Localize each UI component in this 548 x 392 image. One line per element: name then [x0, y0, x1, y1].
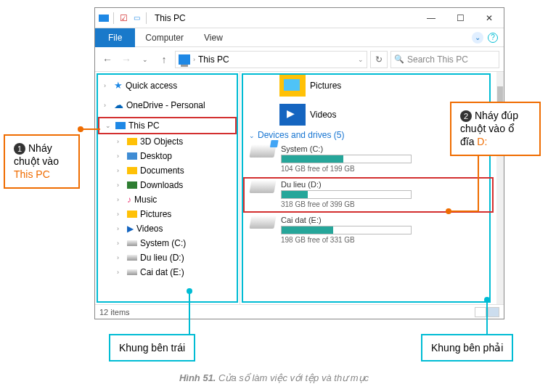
tab-computer[interactable]: Computer: [135, 29, 194, 46]
forward-button[interactable]: →: [118, 54, 134, 65]
callout-right-pane: Khung bên phải: [421, 334, 513, 362]
videos-folder-icon: [279, 104, 306, 126]
tab-view[interactable]: View: [194, 29, 233, 46]
properties-icon[interactable]: ▭: [131, 12, 142, 24]
tree-onedrive[interactable]: ›☁ OneDrive - Personal: [98, 97, 237, 113]
close-button[interactable]: ✕: [475, 13, 504, 23]
folder-icon: [127, 167, 137, 174]
tree-drive-c[interactable]: ›System (C:): [98, 236, 237, 250]
minimize-button[interactable]: —: [417, 13, 446, 23]
folder-icon: [127, 181, 137, 189]
addr-dropdown-icon[interactable]: ⌄: [358, 56, 364, 63]
view-large-icon[interactable]: [488, 307, 499, 317]
folder-icon: [127, 152, 137, 160]
folder-icon: [127, 138, 137, 145]
content-panes: ›★ Quick access ›☁ OneDrive - Personal ⌄…: [95, 72, 504, 304]
statusbar: 12 items: [95, 304, 504, 319]
drive-e[interactable]: Cai dat (E:) 198 GB free of 331 GB: [243, 213, 494, 248]
callout-1: 1Nháy chuột vào This PC: [4, 134, 80, 189]
status-item-count: 12 items: [99, 308, 130, 317]
tree-music[interactable]: ›♪Music: [98, 192, 237, 207]
tree-downloads[interactable]: ›Downloads: [98, 178, 237, 192]
tree-this-pc[interactable]: ⌄ This PC: [98, 117, 237, 134]
help-icon[interactable]: ?: [488, 33, 498, 43]
star-icon: ★: [114, 80, 123, 91]
address-text: This PC: [198, 54, 229, 65]
folder-pictures[interactable]: Pictures: [279, 75, 494, 97]
view-details-icon[interactable]: [475, 307, 486, 317]
search-placeholder: Search This PC: [407, 54, 468, 65]
up-button[interactable]: ↑: [156, 54, 172, 65]
tree-drive-d[interactable]: ›Du lieu (D:): [98, 250, 237, 265]
tree-drive-e[interactable]: ›Cai dat (E:): [98, 265, 237, 279]
callout-2: 2Nháy đúp chuột vào ổ đĩa D:: [450, 102, 541, 156]
drive-icon: [249, 216, 276, 229]
ribbon-collapse-icon[interactable]: ⌄: [472, 32, 483, 44]
pictures-folder-icon: [279, 75, 306, 97]
tree-videos[interactable]: ›▶Videos: [98, 221, 237, 236]
drive-icon: [127, 240, 137, 246]
ribbon: File Computer View ⌄ ?: [95, 28, 504, 47]
tree-documents[interactable]: ›Documents: [98, 163, 237, 178]
search-box[interactable]: 🔍 Search This PC: [390, 51, 499, 68]
recent-dropdown[interactable]: ⌄: [137, 56, 153, 63]
maximize-button[interactable]: ☐: [446, 13, 475, 23]
explorer-window: ☑ ▭ This PC — ☐ ✕ File Computer View ⌄ ?…: [94, 7, 504, 319]
addr-pc-icon: [179, 54, 190, 65]
figure-caption: Hình 51. Cửa sổ làm việc với tệp và thư …: [0, 372, 548, 383]
drive-icon: [249, 180, 276, 193]
callout-left-pane: Khung bên trái: [109, 334, 195, 362]
chevron-down-icon: ⌄: [249, 132, 255, 139]
drive-d[interactable]: Du lieu (D:) 318 GB free of 399 GB: [243, 177, 494, 213]
titlebar: ☑ ▭ This PC — ☐ ✕: [95, 8, 504, 28]
tree-desktop[interactable]: ›Desktop: [98, 149, 237, 163]
checkbox-icon[interactable]: ☑: [118, 12, 129, 24]
search-icon: 🔍: [394, 54, 404, 64]
drive-icon: [127, 269, 137, 275]
pc-icon: [98, 12, 110, 24]
cloud-icon: ☁: [114, 99, 123, 110]
address-bar[interactable]: › This PC ⌄: [175, 51, 367, 68]
drive-icon: [249, 144, 276, 158]
drive-icon: [127, 255, 137, 261]
navbar: ← → ⌄ ↑ › This PC ⌄ ↻ 🔍 Search This PC: [95, 47, 504, 72]
tree-quick-access[interactable]: ›★ Quick access: [98, 78, 237, 93]
folder-icon: [127, 211, 137, 218]
back-button[interactable]: ←: [99, 54, 115, 65]
music-icon: ♪: [127, 195, 131, 205]
video-icon: ▶: [127, 224, 134, 234]
pc-icon: [115, 122, 126, 129]
tab-file[interactable]: File: [95, 28, 135, 47]
refresh-button[interactable]: ↻: [370, 51, 388, 68]
tree-3d-objects[interactable]: ›3D Objects: [98, 134, 237, 149]
tree-pictures[interactable]: ›Pictures: [98, 207, 237, 221]
nav-pane: ›★ Quick access ›☁ OneDrive - Personal ⌄…: [95, 72, 240, 304]
window-title: This PC: [152, 13, 186, 23]
